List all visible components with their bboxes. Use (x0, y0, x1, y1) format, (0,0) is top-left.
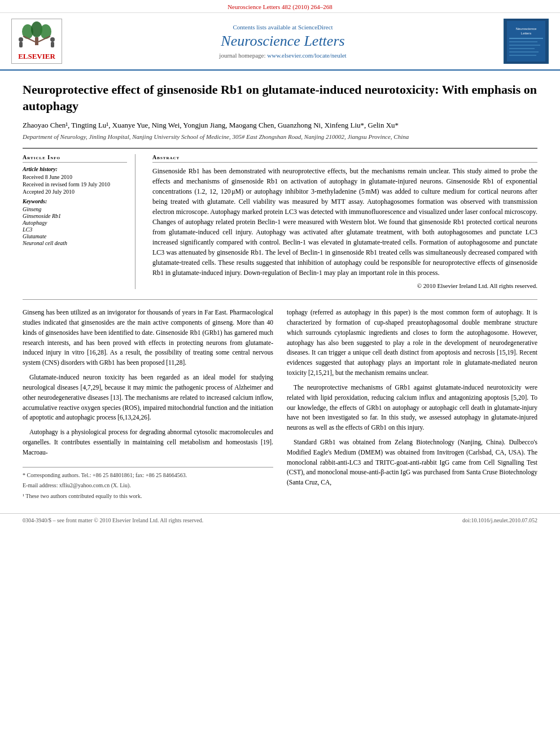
copyright-line: © 2010 Elsevier Ireland Ltd. All rights … (152, 282, 537, 289)
journal-citation-text: Neuroscience Letters 482 (2010) 264–268 (228, 3, 333, 10)
svg-rect-15 (509, 38, 543, 39)
footnote-email: E-mail address: xfliu2@yahoo.com.cn (X. … (23, 481, 273, 490)
affiliation: Department of Neurology, Jinling Hospita… (23, 133, 537, 140)
body-para-1: Ginseng has been utilized as an invigora… (23, 308, 273, 368)
footer-issn: 0304-3940/$ – see front matter © 2010 El… (23, 517, 203, 523)
authors-text: Zhaoyao Chen¹, Tingting Lu¹, Xuanye Yue,… (23, 121, 399, 129)
svg-rect-17 (509, 45, 540, 46)
elsevier-logo: ELSEVIER (11, 19, 62, 64)
authors-line: Zhaoyao Chen¹, Tingting Lu¹, Xuanye Yue,… (23, 121, 537, 130)
svg-rect-4 (35, 37, 38, 45)
body-para-2: Glutamate-induced neuron toxicity has be… (23, 373, 273, 423)
sciencedirect-text: Contents lists available at ScienceDirec… (62, 24, 504, 30)
svg-text:Neuroscience: Neuroscience (516, 27, 537, 30)
keyword-1: Ginseng (23, 206, 127, 212)
abstract-section: Abstract Ginsenoside Rb1 has been demons… (152, 154, 537, 289)
elsevier-logo-icon (16, 21, 57, 50)
journal-homepage: journal homepage: www.elsevier.com/locat… (62, 52, 504, 59)
keywords-label: Keywords: (23, 198, 127, 204)
keyword-2: Ginsenoside Rb1 (23, 213, 127, 219)
svg-rect-16 (509, 41, 537, 42)
svg-text:Letters: Letters (521, 32, 531, 35)
svg-rect-20 (509, 55, 536, 56)
journal-title-area: Contents lists available at ScienceDirec… (62, 24, 504, 59)
journal-citation-bar: Neuroscience Letters 482 (2010) 264–268 (0, 0, 560, 13)
body-para-5: The neuroprotective mechanisms of GRb1 a… (287, 383, 537, 433)
abstract-text: Ginsenoside Rb1 has been demonstrated wi… (152, 166, 537, 278)
article-history-label: Article history: (23, 166, 127, 172)
article-title: Neuroprotective effect of ginsenoside Rb… (23, 82, 537, 114)
journal-header: ELSEVIER Contents lists available at Sci… (0, 13, 560, 71)
received-revised-date: Received in revised form 19 July 2010 (23, 181, 127, 187)
received-date: Received 8 June 2010 (23, 174, 127, 180)
footer-doi: doi:10.1016/j.neulet.2010.07.052 (462, 517, 537, 523)
keywords-list: Ginseng Ginsenoside Rb1 Autophagy LC3 Gl… (23, 206, 127, 246)
accepted-date: Accepted 20 July 2010 (23, 189, 127, 195)
journal-name: Neuroscience Letters (62, 33, 504, 50)
abstract-label: Abstract (152, 154, 537, 163)
article-info-label: Article Info (23, 154, 127, 163)
body-col-right: tophagy (referred as autophagy in this p… (287, 308, 537, 502)
article-info-row: Article Info Article history: Received 8… (23, 148, 537, 289)
body-para-4: tophagy (referred as autophagy in this p… (287, 308, 537, 378)
footnote-section: * Corresponding authors. Tel.: +86 25 84… (23, 467, 273, 501)
footnote-equal-contrib: ¹ These two authors contributed equally … (23, 492, 273, 501)
svg-rect-10 (51, 42, 54, 47)
page-footer: 0304-3940/$ – see front matter © 2010 El… (0, 513, 560, 527)
svg-point-7 (19, 37, 23, 42)
body-col-left: Ginseng has been utilized as an invigora… (23, 308, 273, 502)
svg-rect-8 (19, 42, 23, 47)
body-para-6: Standard GRb1 was obtained from Zelang B… (287, 438, 537, 488)
homepage-label: journal homepage: (219, 52, 265, 59)
elsevier-brand-name: ELSEVIER (18, 52, 55, 61)
keyword-6: Neuronal cell death (23, 240, 127, 246)
main-content: Neuroprotective effect of ginsenoside Rb… (0, 71, 560, 513)
footnote-corresponding: * Corresponding authors. Tel.: +86 25 84… (23, 471, 273, 480)
svg-rect-18 (509, 48, 535, 49)
svg-rect-19 (509, 51, 539, 53)
keyword-5: Glutamate (23, 233, 127, 239)
keyword-3: Autophagy (23, 220, 127, 226)
keyword-4: LC3 (23, 226, 127, 233)
body-para-3: Autophagy is a physiological process for… (23, 427, 273, 457)
article-info-left: Article Info Article history: Received 8… (23, 154, 135, 289)
homepage-url[interactable]: www.elsevier.com/locate/neulet (267, 52, 346, 59)
journal-cover-icon: Neuroscience Letters (505, 19, 548, 64)
body-columns: Ginseng has been utilized as an invigora… (23, 299, 537, 502)
svg-point-9 (50, 37, 55, 42)
journal-thumbnail: Neuroscience Letters (504, 19, 549, 64)
